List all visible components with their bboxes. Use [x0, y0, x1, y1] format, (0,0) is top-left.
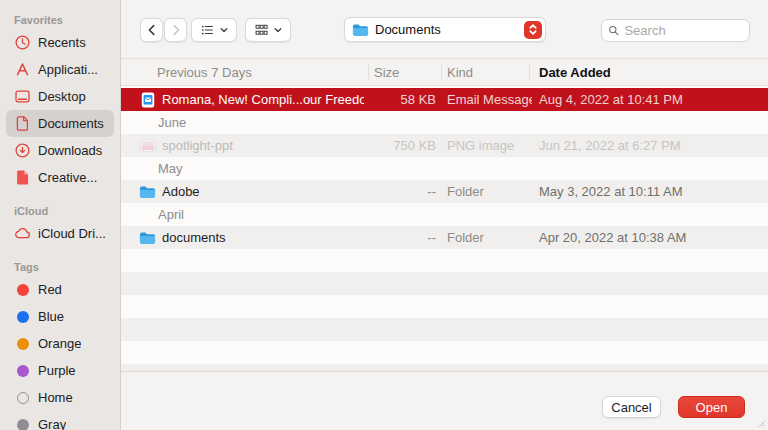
sidebar-item-tag-home[interactable]: Home — [6, 384, 114, 411]
file-name: Adobe — [162, 180, 200, 203]
search-icon — [608, 24, 619, 37]
group-view-icon — [254, 23, 269, 37]
sidebar-item-label: Gray — [38, 417, 66, 430]
empty-rows-stripes — [121, 249, 768, 371]
group-label: May — [158, 157, 183, 180]
group-header-previous-7-days: Previous 7 Days — [157, 59, 252, 86]
sidebar-item-label: Creative... — [38, 170, 97, 185]
file-size: 750 KB — [371, 134, 436, 157]
sidebar-item-label: Orange — [38, 336, 81, 351]
file-name: Romana, New! Compli...our Freedom card.e… — [162, 88, 364, 111]
sidebar-item-label: Documents — [38, 116, 104, 131]
file-kind: Folder — [447, 180, 532, 203]
sidebar-item-label: Applicati... — [38, 62, 98, 77]
file-list: Romana, New! Compli...our Freedom card.e… — [121, 86, 768, 371]
sidebar-section-tags: Tags — [14, 261, 120, 273]
sidebar-item-creative[interactable]: Creative... — [6, 164, 114, 191]
folder-icon — [139, 229, 156, 246]
sidebar: Favorites Recents Applicati... Desktop D… — [0, 0, 121, 430]
file-date-added: May 3, 2022 at 10:11 AM — [539, 180, 767, 203]
location-value: Documents — [375, 22, 524, 37]
list-view-button[interactable] — [191, 18, 237, 42]
sidebar-section-icloud: iCloud — [14, 205, 120, 217]
creative-doc-icon — [14, 169, 31, 186]
tag-dot-gray-icon — [14, 416, 31, 430]
file-name: documents — [162, 226, 226, 249]
cloud-icon — [14, 225, 31, 242]
chevron-down-icon — [219, 25, 229, 35]
column-header-kind[interactable]: Kind — [447, 59, 473, 86]
sidebar-section-favorites: Favorites — [14, 14, 120, 26]
sidebar-item-downloads[interactable]: Downloads — [6, 137, 114, 164]
sidebar-item-label: Red — [38, 282, 62, 297]
group-view-button[interactable] — [245, 18, 291, 42]
file-row[interactable]: Adobe -- Folder May 3, 2022 at 10:11 AM — [121, 180, 768, 203]
sidebar-item-tag-purple[interactable]: Purple — [6, 357, 114, 384]
file-row[interactable]: documents -- Folder Apr 20, 2022 at 10:3… — [121, 226, 768, 249]
column-header-date-added[interactable]: Date Added — [539, 59, 611, 86]
column-divider — [529, 64, 530, 80]
tag-dot-blue-icon — [14, 308, 31, 325]
resize-grip[interactable] — [756, 418, 766, 428]
forward-button[interactable] — [164, 18, 187, 42]
sidebar-item-tag-orange[interactable]: Orange — [6, 330, 114, 357]
sidebar-item-applications[interactable]: Applicati... — [6, 56, 114, 83]
sidebar-item-recents[interactable]: Recents — [6, 29, 114, 56]
file-date-added: Apr 20, 2022 at 10:38 AM — [539, 226, 767, 249]
open-button[interactable]: Open — [678, 396, 745, 418]
tag-dot-purple-icon — [14, 362, 31, 379]
sidebar-item-icloud-drive[interactable]: iCloud Dri... — [6, 220, 114, 247]
cancel-button[interactable]: Cancel — [602, 396, 661, 418]
chevron-down-icon — [273, 25, 283, 35]
main-panel: Documents Previous 7 Days Size Kind Date… — [121, 0, 768, 430]
folder-icon — [139, 183, 156, 200]
dialog-footer: Cancel Open — [121, 371, 768, 430]
image-file-icon — [139, 137, 156, 154]
desktop-icon — [14, 88, 31, 105]
clock-icon — [14, 34, 31, 51]
file-date-added: Jun 21, 2022 at 6:27 PM — [539, 134, 767, 157]
sidebar-item-label: iCloud Dri... — [38, 226, 106, 241]
sidebar-item-label: Purple — [38, 363, 76, 378]
list-view-icon — [200, 23, 215, 37]
group-row: June — [121, 111, 768, 134]
group-row: May — [121, 157, 768, 180]
file-row-selected[interactable]: Romana, New! Compli...our Freedom card.e… — [121, 88, 768, 111]
applications-icon — [14, 61, 31, 78]
search-input[interactable] — [624, 23, 743, 38]
location-popup[interactable]: Documents — [344, 17, 546, 42]
sidebar-item-documents[interactable]: Documents — [6, 110, 114, 137]
group-row: April — [121, 203, 768, 226]
column-divider — [368, 64, 369, 80]
toolbar: Documents — [121, 0, 768, 58]
list-header: Previous 7 Days Size Kind Date Added — [121, 58, 768, 86]
sidebar-item-tag-blue[interactable]: Blue — [6, 303, 114, 330]
file-name: spotlight-ppt — [162, 134, 233, 157]
sidebar-item-tag-red[interactable]: Red — [6, 276, 114, 303]
sidebar-item-desktop[interactable]: Desktop — [6, 83, 114, 110]
tag-dot-outline-icon — [14, 389, 31, 406]
file-size: -- — [371, 180, 436, 203]
file-kind: PNG image — [447, 134, 532, 157]
sidebar-item-label: Downloads — [38, 143, 102, 158]
sidebar-item-label: Home — [38, 390, 73, 405]
downloads-icon — [14, 142, 31, 159]
sidebar-item-tag-gray[interactable]: Gray — [6, 411, 114, 430]
column-divider — [441, 64, 442, 80]
column-header-size[interactable]: Size — [374, 59, 399, 86]
sidebar-item-label: Blue — [38, 309, 64, 324]
search-field[interactable] — [601, 19, 750, 42]
file-row-disabled: spotlight-ppt 750 KB PNG image Jun 21, 2… — [121, 134, 768, 157]
file-kind: Email Message — [447, 88, 532, 111]
sidebar-item-label: Recents — [38, 35, 86, 50]
file-size: -- — [371, 226, 436, 249]
group-label: April — [158, 203, 184, 226]
open-file-dialog: Favorites Recents Applicati... Desktop D… — [0, 0, 768, 430]
group-label: June — [158, 111, 186, 134]
folder-icon — [352, 23, 369, 37]
chevron-right-icon — [169, 23, 183, 37]
file-date-added: Aug 4, 2022 at 10:41 PM — [539, 88, 767, 111]
sidebar-item-label: Desktop — [38, 89, 86, 104]
back-button[interactable] — [140, 18, 163, 42]
tag-dot-red-icon — [14, 281, 31, 298]
